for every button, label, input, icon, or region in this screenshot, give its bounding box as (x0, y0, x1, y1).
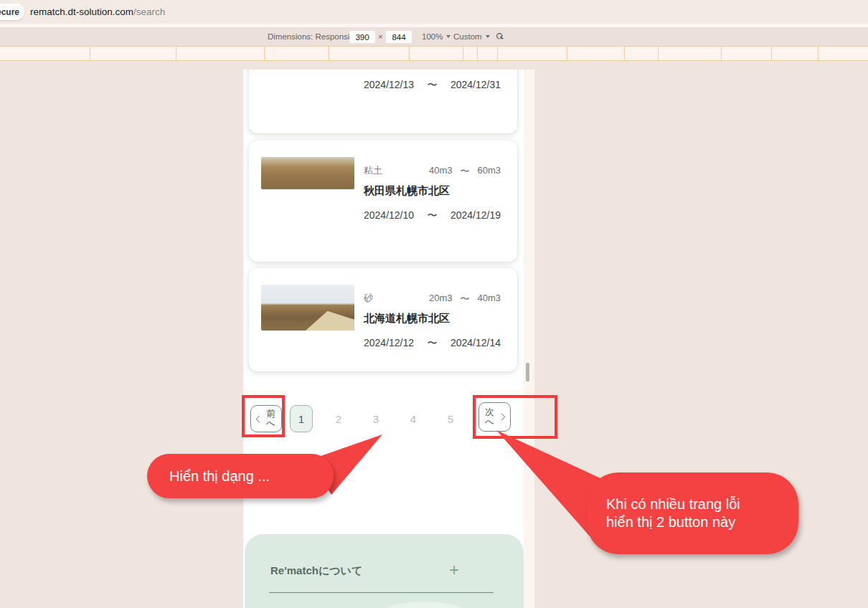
browser-url-bar: ecure rematch.dt-solution.com/search (0, 0, 868, 24)
devtools-responsive-screen: ecure rematch.dt-solution.com/search Dim… (0, 0, 868, 608)
media-query-ruler (0, 46, 868, 61)
ruler-tick (477, 47, 478, 60)
page-button-3[interactable]: 3 (367, 413, 385, 425)
plus-icon[interactable]: + (449, 560, 459, 580)
result-card[interactable]: 砂 20m3 〜 40m3 北海道札幌市北区 2024/12/12 〜 2024… (249, 268, 517, 371)
date-range: 2024/12/12 〜 2024/12/14 (364, 337, 501, 350)
viewport-width-input[interactable] (349, 31, 375, 43)
viewport-height-input[interactable] (386, 31, 412, 43)
zoom-dropdown[interactable]: 100% (422, 27, 450, 46)
page-button-5[interactable]: 5 (442, 413, 459, 425)
chevron-down-icon (486, 35, 490, 38)
location-title: 北海道札幌市北区 (364, 312, 501, 326)
annotation-bubble-1: Hiển thị dạng ... (147, 454, 334, 498)
material-label: 砂 (364, 292, 373, 305)
dimensions-label: Dimensions: Responsive (268, 32, 359, 41)
ruler-tick (90, 47, 90, 60)
volume-range: 40m3 〜 60m3 (429, 165, 501, 178)
ruler-tick (721, 47, 722, 60)
throttle-value: Custom (453, 32, 482, 41)
page-button-1[interactable]: 1 (290, 405, 313, 432)
rotate-device-icon[interactable]: ⟳ (491, 27, 509, 45)
date-range: 2024/12/13 〜 2024/12/31 (364, 79, 501, 92)
address-bar[interactable]: rematch.dt-solution.com/search (30, 0, 165, 24)
page-button-4[interactable]: 4 (405, 413, 422, 425)
ruler-tick (658, 47, 659, 60)
ruler-tick (497, 47, 498, 60)
ruler-tick (409, 47, 410, 60)
ruler-tick (624, 47, 625, 60)
highlight-box-next-button (473, 395, 557, 439)
annotation-bubble-2: Khi có nhiều trang lỗi hiển thị 2 button… (587, 472, 798, 554)
footer-decoration (364, 602, 486, 608)
material-photo (261, 157, 354, 189)
result-card[interactable]: 粘土 40m3 〜 60m3 秋田県札幌市北区 2024/12/10 〜 202… (249, 141, 517, 262)
location-title: 秋田県札幌市北区 (364, 184, 501, 198)
ruler-tick (818, 47, 819, 60)
footer-accordion: Re'matchについて + (245, 534, 524, 608)
devtools-toolbar: Dimensions: Responsive × 100% Custom ⟳ (0, 27, 868, 46)
security-badge[interactable]: ecure (0, 4, 24, 20)
throttle-dropdown[interactable]: Custom (453, 27, 490, 46)
scrollbar-thumb[interactable] (526, 363, 529, 381)
volume-range: 20m3 〜 40m3 (429, 293, 501, 305)
result-card[interactable]: 2024/12/13 〜 2024/12/31 (249, 70, 517, 133)
dimensions-separator: × (378, 27, 383, 46)
date-range: 2024/12/10 〜 2024/12/19 (364, 209, 501, 222)
scrollbar-track (524, 70, 534, 608)
zoom-value: 100% (422, 32, 443, 41)
accordion-divider (269, 592, 494, 593)
url-host: rematch.dt-solution.com (30, 6, 133, 17)
ruler-tick (771, 47, 772, 60)
material-label: 粘土 (364, 164, 382, 177)
accordion-title: Re'matchについて (270, 564, 362, 578)
ruler-tick (329, 47, 329, 60)
device-viewport: 2024/12/13 〜 2024/12/31 粘土 40m3 〜 60m3 秋 (243, 70, 524, 608)
ruler-tick (264, 47, 265, 60)
highlight-box-prev-button (242, 395, 285, 437)
ruler-tick (567, 47, 567, 60)
page-button-2[interactable]: 2 (330, 413, 347, 425)
security-badge-label: ecure (0, 7, 19, 17)
material-photo (261, 285, 354, 331)
ruler-tick (176, 47, 176, 60)
url-path: /search (133, 6, 165, 17)
chevron-down-icon (446, 35, 450, 38)
ruler-tick (463, 47, 463, 60)
